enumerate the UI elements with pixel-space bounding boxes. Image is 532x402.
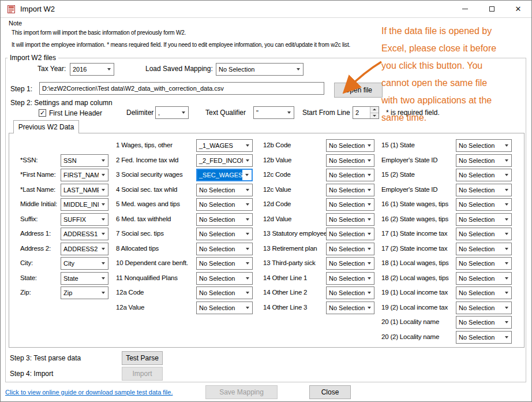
dropdown-arrow-icon[interactable] (243, 214, 252, 225)
mapping-combobox[interactable]: No Selection (326, 184, 374, 196)
dropdown-arrow-icon[interactable] (99, 169, 108, 181)
dropdown-arrow-icon[interactable] (502, 287, 511, 299)
dropdown-arrow-icon[interactable] (99, 228, 108, 240)
dropdown-arrow-icon[interactable] (179, 107, 188, 118)
delimiter-combobox[interactable]: , (155, 106, 189, 119)
dropdown-arrow-icon[interactable] (294, 64, 303, 75)
dropdown-arrow-icon[interactable] (99, 243, 108, 255)
mapping-combobox[interactable]: No Selection (196, 302, 253, 314)
mapping-combobox[interactable]: No Selection (456, 213, 512, 226)
mapping-combobox[interactable]: State (61, 272, 108, 285)
tab-previous-w2-data[interactable]: Previous W2 Data (13, 120, 79, 133)
mapping-combobox[interactable]: No Selection (196, 228, 253, 240)
dropdown-arrow-icon[interactable] (365, 214, 374, 225)
dropdown-arrow-icon[interactable] (104, 64, 114, 75)
dropdown-arrow-icon[interactable] (502, 199, 511, 210)
online-guide-link[interactable]: Click to view online guide or download s… (5, 389, 173, 396)
dropdown-arrow-icon[interactable] (365, 184, 374, 196)
mapping-combobox[interactable]: _2_FED_INCOM (196, 154, 253, 167)
mapping-combobox[interactable]: LAST_NAME (61, 184, 108, 196)
dropdown-arrow-icon[interactable] (243, 184, 252, 196)
dropdown-arrow-icon[interactable] (243, 287, 252, 299)
dropdown-arrow-icon[interactable] (502, 317, 511, 328)
mapping-combobox[interactable]: No Selection (196, 286, 253, 299)
mapping-combobox[interactable]: No Selection (326, 169, 374, 181)
dropdown-arrow-icon[interactable] (243, 155, 252, 166)
first-line-header-checkbox[interactable]: ✓ (39, 109, 46, 117)
dropdown-arrow-icon[interactable] (365, 302, 374, 314)
dropdown-arrow-icon[interactable] (243, 273, 252, 284)
dropdown-arrow-icon[interactable] (99, 199, 108, 210)
mapping-combobox[interactable]: ADDRESS2 (61, 243, 108, 255)
dropdown-arrow-icon[interactable] (243, 243, 252, 255)
mapping-combobox[interactable]: _SEC_WAGES (196, 169, 253, 181)
mapping-combobox[interactable]: No Selection (326, 154, 374, 167)
close-dialog-button[interactable]: Close (309, 385, 351, 399)
mapping-combobox[interactable]: _1_WAGES (196, 139, 253, 152)
start-from-line-stepper[interactable]: 2 (353, 106, 379, 119)
dropdown-arrow-icon[interactable] (99, 258, 108, 269)
mapping-combobox[interactable]: No Selection (456, 331, 512, 344)
dropdown-arrow-icon[interactable] (365, 169, 374, 181)
dropdown-arrow-icon[interactable] (502, 214, 511, 225)
dropdown-arrow-icon[interactable] (365, 287, 374, 299)
dropdown-arrow-icon[interactable] (99, 184, 108, 196)
save-mapping-button[interactable]: Save Mapping (205, 385, 278, 399)
mapping-combobox[interactable]: No Selection (326, 213, 374, 226)
text-qualifier-combobox[interactable]: " (253, 106, 294, 119)
dropdown-arrow-icon[interactable] (243, 228, 252, 240)
dropdown-arrow-icon[interactable] (365, 140, 374, 151)
dropdown-arrow-icon[interactable] (365, 155, 374, 166)
mapping-combobox[interactable]: No Selection (326, 302, 374, 314)
tax-year-combobox[interactable]: 2016 (70, 63, 114, 76)
dropdown-arrow-icon[interactable] (284, 107, 294, 118)
dropdown-arrow-icon[interactable] (502, 184, 511, 196)
mapping-combobox[interactable]: No Selection (456, 169, 512, 181)
mapping-combobox[interactable]: No Selection (456, 272, 512, 285)
mapping-combobox[interactable]: MIDDLE_INITIA (61, 198, 108, 211)
dropdown-arrow-icon[interactable] (243, 258, 252, 269)
dropdown-arrow-icon[interactable] (242, 170, 252, 180)
mapping-combobox[interactable]: No Selection (456, 198, 512, 211)
mapping-combobox[interactable]: No Selection (456, 286, 512, 299)
mapping-combobox[interactable]: No Selection (196, 184, 253, 196)
mapping-combobox[interactable]: Zip (61, 286, 108, 299)
import-button[interactable]: Import (122, 367, 163, 381)
dropdown-arrow-icon[interactable] (502, 228, 511, 240)
test-parse-button[interactable]: Test Parse (122, 351, 163, 365)
dropdown-arrow-icon[interactable] (243, 140, 252, 151)
mapping-combobox[interactable]: No Selection (456, 228, 512, 240)
dropdown-arrow-icon[interactable] (365, 228, 374, 240)
mapping-combobox[interactable]: No Selection (196, 198, 253, 211)
mapping-combobox[interactable]: No Selection (196, 272, 253, 285)
dropdown-arrow-icon[interactable] (502, 273, 511, 284)
mapping-combobox[interactable]: No Selection (196, 243, 253, 255)
dropdown-arrow-icon[interactable] (99, 287, 108, 299)
load-saved-mapping-combobox[interactable]: No Selection (216, 63, 304, 76)
mapping-combobox[interactable]: No Selection (326, 272, 374, 285)
mapping-combobox[interactable]: No Selection (196, 213, 253, 226)
mapping-combobox[interactable]: No Selection (326, 243, 374, 255)
mapping-combobox[interactable]: No Selection (456, 154, 512, 167)
dropdown-arrow-icon[interactable] (502, 243, 511, 255)
file-path-input[interactable] (39, 82, 324, 95)
dropdown-arrow-icon[interactable] (502, 169, 511, 181)
spin-down-icon[interactable] (370, 113, 379, 119)
dropdown-arrow-icon[interactable] (99, 273, 108, 284)
mapping-combobox[interactable]: No Selection (456, 139, 512, 152)
dropdown-arrow-icon[interactable] (502, 155, 511, 166)
dropdown-arrow-icon[interactable] (365, 258, 374, 269)
dropdown-arrow-icon[interactable] (99, 155, 108, 166)
mapping-combobox[interactable]: No Selection (456, 184, 512, 196)
mapping-combobox[interactable]: No Selection (456, 243, 512, 255)
mapping-combobox[interactable]: ADDRESS1 (61, 228, 108, 240)
mapping-combobox[interactable]: No Selection (456, 316, 512, 329)
mapping-combobox[interactable]: No Selection (326, 257, 374, 270)
mapping-combobox[interactable]: SUFFIX (61, 213, 108, 226)
mapping-combobox[interactable]: City (61, 257, 108, 270)
mapping-combobox[interactable]: No Selection (196, 257, 253, 270)
mapping-combobox[interactable]: SSN (61, 154, 108, 167)
mapping-combobox[interactable]: No Selection (326, 198, 374, 211)
mapping-combobox[interactable]: No Selection (326, 228, 374, 240)
mapping-combobox[interactable]: No Selection (326, 139, 374, 152)
